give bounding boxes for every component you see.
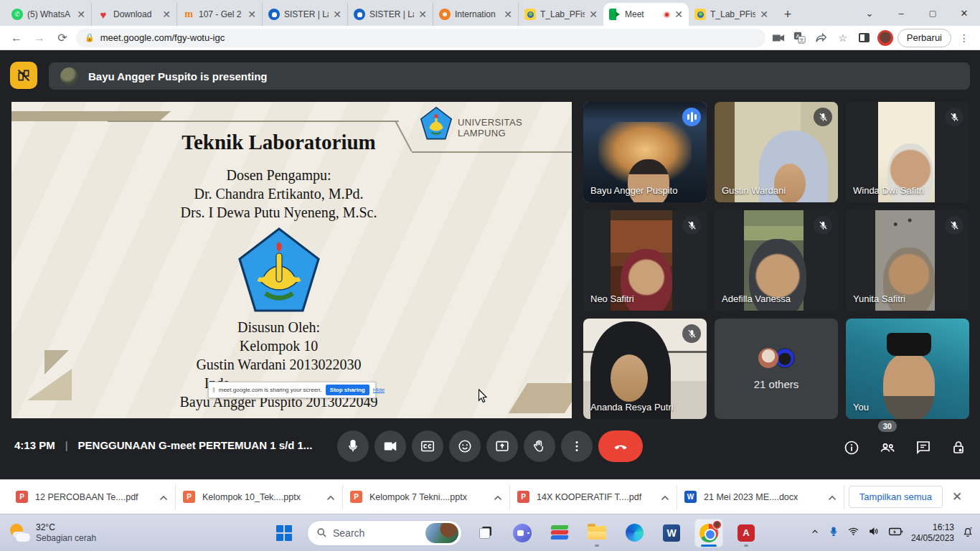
tab-international[interactable]: Internation✕ [433,3,518,26]
menu-dots-icon[interactable]: ⋮ [956,30,973,46]
taskbar-search[interactable]: Search [307,520,462,546]
participant-tile-neo[interactable]: Neo Safitri [583,210,707,311]
start-button[interactable] [270,519,298,547]
participant-tile-gustin[interactable]: Gustin Wardani [715,102,838,202]
minimize-button[interactable]: – [885,8,917,19]
camera-button[interactable] [374,430,406,462]
tray-clock[interactable]: 16:13 24/05/2023 [911,522,954,544]
participant-tile-bayu[interactable]: Bayu Angger Puspito [583,102,707,202]
more-options-button[interactable] [561,430,593,462]
back-button[interactable]: ← [7,32,26,44]
captions-button[interactable] [412,430,443,462]
slide-line: Disusun Oleh: [11,318,546,336]
download-menu-chevron-icon[interactable] [828,491,837,504]
tab-close-icon[interactable]: ✕ [333,9,341,19]
chrome-browser-icon[interactable] [694,519,723,547]
mic-button[interactable] [337,430,369,462]
maximize-button[interactable]: ▢ [917,9,948,18]
raise-hand-button[interactable] [524,430,555,462]
tab-tlab-2[interactable]: T_Lab_PFis✕ [689,3,774,26]
tab-close-icon[interactable]: ✕ [418,9,427,19]
participant-tile-adefilla[interactable]: Adefilla Vanessa [715,210,838,311]
toast-drag-handle-icon[interactable]: ‖ [212,387,215,394]
file-explorer-icon[interactable] [583,519,611,547]
show-all-downloads-button[interactable]: Tampilkan semua [849,486,943,508]
downloads-bar: P 12 PERCOBAAN Te....pdf P Kelompok 10_T… [0,479,980,514]
tab-meet-active[interactable]: Meet✕ [603,3,689,26]
volume-icon[interactable] [867,525,881,540]
tab-tlab-1[interactable]: T_Lab_PFis✕ [518,3,603,26]
camera-permission-icon[interactable] [770,30,787,46]
wifi-icon[interactable] [847,525,860,540]
acrobat-app-icon[interactable]: A [732,519,760,547]
reload-button[interactable]: ⟳ [53,31,72,44]
url-text: meet.google.com/fgy-wotu-igc [100,32,225,43]
tab-search-chevron-icon[interactable]: ⌄ [854,8,885,19]
share-icon[interactable] [813,30,830,46]
download-menu-chevron-icon[interactable] [326,491,335,504]
download-menu-chevron-icon[interactable] [494,491,502,504]
tab-sister-1[interactable]: SISTER | La✕ [262,3,347,26]
weather-widget[interactable]: 32°C Sebagian cerah [0,522,158,544]
tab-close-icon[interactable]: ✕ [760,9,768,19]
chat-panel-icon[interactable] [915,439,932,459]
stop-sharing-button[interactable]: Stop sharing [326,385,369,395]
bookmark-star-icon[interactable]: ☆ [834,30,852,46]
host-controls-lock-icon[interactable] [950,439,967,459]
task-view-button[interactable] [471,519,499,547]
download-item[interactable]: P 14X KOOPERATIF T....pdf [510,485,677,509]
profile-avatar[interactable] [877,30,893,46]
close-downloads-bar-icon[interactable]: ✕ [943,489,971,504]
participant-tile-you[interactable]: You [846,319,969,419]
mic-in-use-icon[interactable] [828,525,839,541]
bluestacks-app-icon[interactable] [545,519,574,547]
translate-icon[interactable]: A文 [791,30,809,46]
participant-tile-ananda[interactable]: Ananda Resya Putri [583,319,707,419]
participants-panel-icon[interactable] [878,439,897,459]
participant-tile-winda[interactable]: Winda Dwi Safitri [846,102,969,202]
tab-download[interactable]: ♥Download✕ [91,3,176,26]
participant-tile-yunita[interactable]: Yunita Safitri [846,210,969,311]
weather-description: Sebagian cerah [36,533,96,544]
tab-close-icon[interactable]: ✕ [248,9,256,19]
meet-screen: ✆(5) WhatsA✕ ♥Download✕ m107 - Gel 2✕ SI… [0,0,980,551]
end-call-button[interactable] [598,430,643,462]
forward-button[interactable]: → [30,32,49,44]
presentation-mode-icon[interactable] [10,62,37,89]
svg-text:文: 文 [799,37,804,42]
word-app-icon[interactable]: W [657,519,686,547]
update-chrome-button[interactable]: Perbarui [897,29,951,47]
tab-close-icon[interactable]: ✕ [77,9,85,19]
edge-browser-icon[interactable] [620,519,649,547]
taskbar-apps: Search W A [270,514,760,551]
meeting-details-icon[interactable] [843,439,860,459]
tab-close-icon[interactable]: ✕ [589,9,598,19]
tab-close-icon[interactable]: ✕ [162,9,171,19]
heart-icon: ♥ [98,9,109,20]
tab-close-icon[interactable]: ✕ [674,9,683,19]
chat-app-icon[interactable] [508,519,537,547]
download-item[interactable]: P Kelompok 10_Tek....pptx [176,485,343,509]
speaking-indicator-icon [682,108,701,126]
tab-whatsapp[interactable]: ✆(5) WhatsA✕ [6,3,91,26]
download-item[interactable]: W 21 Mei 2023 ME....docx [677,485,844,509]
notification-bell-icon[interactable]: z [961,525,974,541]
close-window-button[interactable]: ✕ [948,8,980,19]
download-menu-chevron-icon[interactable] [661,491,669,504]
side-panel-icon[interactable] [856,30,873,46]
battery-icon[interactable] [888,526,904,540]
tray-chevron-icon[interactable] [809,526,821,540]
call-controls [337,430,643,462]
download-item[interactable]: P Kelompok 7 Tekni....pptx [343,485,510,509]
tab-sister-2[interactable]: SISTER | La✕ [347,3,433,26]
hide-toast-link[interactable]: Hide [373,387,385,393]
reactions-button[interactable] [449,430,481,462]
download-item[interactable]: P 12 PERCOBAAN Te....pdf [9,485,176,509]
present-screen-button[interactable] [486,430,518,462]
tab-close-icon[interactable]: ✕ [504,9,512,19]
address-bar[interactable]: 🔒 meet.google.com/fgy-wotu-igc [76,29,765,47]
tab-moodle[interactable]: m107 - Gel 2✕ [176,3,262,26]
download-menu-chevron-icon[interactable] [159,491,168,504]
new-tab-button[interactable]: + [778,5,797,24]
others-overflow-tile[interactable]: 21 others [715,319,838,419]
